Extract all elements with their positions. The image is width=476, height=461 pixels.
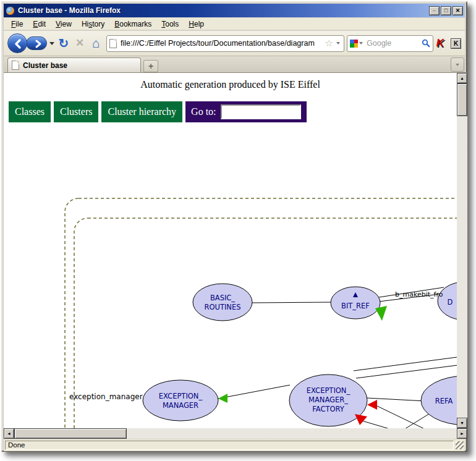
search-bar[interactable] — [347, 35, 433, 52]
link-em-emf — [218, 385, 290, 399]
menu-bookmarks[interactable]: Bookmarks — [109, 19, 156, 30]
back-forward-group — [7, 32, 56, 54]
svg-text:FACTORY: FACTORY — [312, 405, 345, 413]
tab-bar: Cluster base + — [4, 56, 465, 72]
tab-favicon — [12, 61, 19, 70]
cluster-exception-manager[interactable]: EXCEPTION_ MANAGER — [143, 380, 218, 421]
scroll-right-button[interactable]: ► — [457, 428, 467, 439]
chevron-down-icon — [456, 64, 459, 66]
maximize-button[interactable]: □ — [441, 6, 451, 15]
forward-button[interactable] — [26, 36, 47, 50]
search-input[interactable] — [367, 39, 422, 48]
bookmark-star-icon[interactable]: ☆ — [323, 38, 335, 49]
list-all-tabs-button[interactable] — [451, 57, 464, 72]
browser-window: Cluster base - Mozilla Firefox _ □ ✕ Fil… — [1, 1, 467, 452]
url-input[interactable]: file:///C:/Eiffel Projects/tour/Document… — [121, 39, 323, 48]
vertical-scrollbar[interactable]: ▲ ▼ — [457, 73, 467, 428]
scroll-down-button[interactable]: ▼ — [457, 418, 467, 428]
google-logo-icon — [350, 40, 358, 48]
cluster-exception-manager-factory[interactable]: EXCEPTION_ MANAGER_ FACTORY — [289, 374, 367, 426]
edge-label-exception-manager: exception_manager — [69, 392, 143, 401]
search-icon[interactable] — [422, 39, 430, 48]
home-button[interactable]: ⌂ — [88, 35, 104, 51]
tab-label: Cluster base — [23, 61, 67, 70]
cluster-diagram: BASIC_ ROUTINES BIT_REF D EXCEPTIO — [4, 73, 457, 428]
back-icon — [14, 38, 22, 49]
svg-text:D: D — [448, 298, 453, 307]
browser-viewport: Automatic generation produced by ISE Eif… — [4, 72, 467, 428]
title-bar[interactable]: Cluster base - Mozilla Firefox _ □ ✕ — [4, 4, 465, 17]
edge-label-b-makebit: b_makebit_fro — [395, 290, 443, 298]
close-button[interactable]: ✕ — [453, 6, 463, 15]
link-basic-bit — [252, 302, 332, 303]
menu-view[interactable]: View — [51, 19, 77, 30]
firefox-icon — [6, 6, 15, 15]
cluster-bit-ref[interactable]: BIT_REF — [331, 287, 380, 319]
link-emf-upper-right — [356, 365, 457, 378]
location-dropdown-icon[interactable] — [336, 42, 340, 44]
cluster-basic-routines[interactable]: BASIC_ ROUTINES — [193, 284, 252, 321]
green-arrow-bit-ref — [375, 306, 387, 321]
resize-grip[interactable] — [456, 441, 464, 449]
cluster-d[interactable]: D — [438, 282, 457, 320]
svg-text:REFA: REFA — [435, 397, 453, 405]
menu-help[interactable]: Help — [184, 19, 209, 30]
menu-file[interactable]: File — [6, 19, 28, 30]
screenshot-root: Cluster base - Mozilla Firefox _ □ ✕ Fil… — [0, 0, 476, 461]
svg-text:ROUTINES: ROUTINES — [204, 303, 240, 311]
horizontal-scroll-thumb[interactable] — [14, 428, 127, 439]
link-upper-right-2 — [354, 357, 457, 371]
svg-text:EXCEPTION_: EXCEPTION_ — [159, 392, 203, 400]
menu-edit[interactable]: Edit — [28, 19, 51, 30]
cluster-refa[interactable]: REFA — [421, 376, 457, 425]
minimize-button[interactable]: _ — [429, 6, 440, 15]
back-button[interactable] — [7, 33, 27, 53]
menu-history[interactable]: History — [77, 19, 109, 30]
svg-text:MANAGER_: MANAGER_ — [308, 395, 348, 404]
menu-bar: File Edit View History Bookmarks Tools H… — [4, 18, 465, 30]
kaspersky-icon[interactable]: K — [433, 37, 447, 49]
location-bar[interactable]: file:///C:/Eiffel Projects/tour/Document… — [106, 35, 344, 52]
window-title: Cluster base - Mozilla Firefox — [18, 6, 429, 15]
k-toolbar-button[interactable]: K — [451, 38, 461, 49]
svg-text:BASIC_: BASIC_ — [210, 294, 235, 302]
green-arrow-exception-manager — [218, 394, 227, 403]
navigation-toolbar: ↻ ✕ ⌂ file:///C:/Eiffel Projects/tour/Do… — [4, 31, 465, 56]
scroll-left-button[interactable]: ◄ — [4, 428, 14, 439]
vertical-scroll-thumb[interactable] — [457, 83, 467, 116]
stop-button[interactable]: ✕ — [72, 35, 88, 51]
search-engine-dropdown-icon[interactable] — [359, 42, 363, 44]
horizontal-scrollbar[interactable]: ◄ ► — [4, 428, 467, 439]
svg-text:EXCEPTION_: EXCEPTION_ — [307, 386, 351, 395]
red-arrow-factory-2 — [355, 414, 367, 425]
history-dropdown-icon[interactable] — [49, 42, 54, 45]
reload-button[interactable]: ↻ — [56, 35, 72, 51]
forward-icon — [35, 39, 42, 49]
new-tab-button[interactable]: + — [143, 60, 158, 72]
svg-text:MANAGER: MANAGER — [163, 401, 198, 410]
page-favicon — [109, 39, 117, 48]
status-text: Done — [5, 441, 454, 450]
page-content: Automatic generation produced by ISE Eif… — [4, 73, 457, 428]
red-arrow-factory-1 — [367, 400, 377, 410]
scroll-up-button[interactable]: ▲ — [457, 73, 467, 83]
tab-cluster-base[interactable]: Cluster base — [7, 57, 141, 72]
status-bar: Done — [4, 439, 465, 451]
menu-tools[interactable]: Tools — [156, 19, 184, 30]
svg-text:BIT_REF: BIT_REF — [341, 302, 370, 310]
